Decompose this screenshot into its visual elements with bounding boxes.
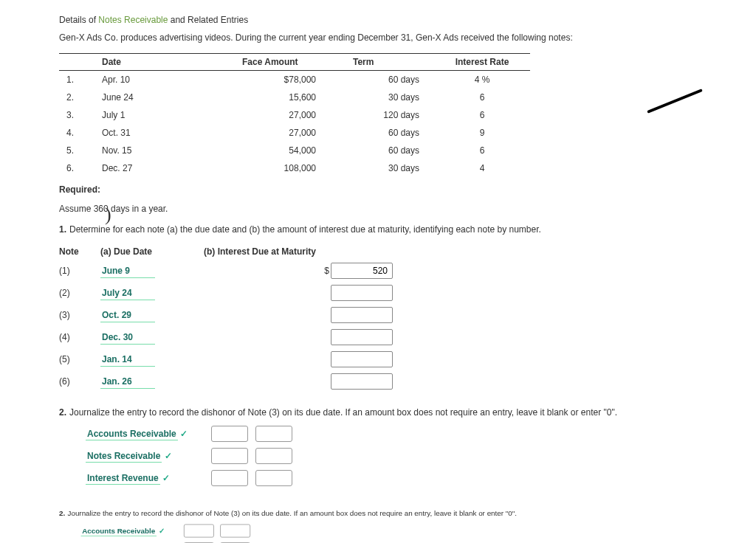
question-1: 1.Determine for each note (a) the due da… xyxy=(59,224,697,235)
ans-col-due: (a) Due Date xyxy=(100,243,204,260)
col-date: Date xyxy=(94,54,235,71)
debit-input[interactable] xyxy=(211,426,248,442)
answer-row: (3) Oct. 29 xyxy=(59,304,400,326)
due-date-link[interactable]: July 24 xyxy=(100,286,155,300)
table-row: 4.Oct. 3127,00060 days9 xyxy=(59,124,530,142)
answer-row: (6) Jan. 26 xyxy=(59,370,400,392)
answer-row: (1) June 9 $ xyxy=(59,260,400,282)
credit-input[interactable] xyxy=(255,426,292,442)
journal-row: Notes Receivable ✓ xyxy=(83,446,295,466)
credit-input[interactable] xyxy=(255,448,292,464)
debit-input[interactable] xyxy=(211,470,248,486)
account-link[interactable]: Accounts Receivable xyxy=(86,428,178,440)
answer-row: (2) July 24 xyxy=(59,282,400,304)
interest-input[interactable] xyxy=(331,351,393,367)
title-prefix: Details of xyxy=(59,15,98,25)
answer-row: (5) Jan. 14 xyxy=(59,348,400,370)
paren-annotation: ) xyxy=(105,204,111,226)
check-icon: ✓ xyxy=(159,526,165,534)
answer-row: (4) Dec. 30 xyxy=(59,326,400,348)
journal-table: Accounts Receivable ✓ Notes Receivable ✓… xyxy=(81,422,297,490)
journal-row: Accounts Receivable ✓ xyxy=(83,423,295,444)
check-icon: ✓ xyxy=(180,429,188,439)
col-face: Face Amount xyxy=(235,54,346,71)
question-2: 2.Journalize the entry to record the dis… xyxy=(59,407,697,418)
account-link[interactable]: Notes Receivable xyxy=(86,450,162,463)
question-2-repeat: 2.Journalize the entry to record the dis… xyxy=(59,509,582,517)
interest-input[interactable] xyxy=(331,307,393,323)
intro-text: Gen-X Ads Co. produces advertising video… xyxy=(59,32,697,43)
ans-col-note: Note xyxy=(59,243,100,260)
title-suffix: and Related Entries xyxy=(168,15,248,25)
table-row: 6.Dec. 27108,00030 days4 xyxy=(59,159,530,177)
journal-row: Accounts Receivable ✓ xyxy=(78,522,252,539)
due-date-link[interactable]: June 9 xyxy=(100,264,155,278)
table-row: 5.Nov. 1554,00060 days6 xyxy=(59,142,530,159)
ans-col-int: (b) Interest Due at Maturity xyxy=(204,243,400,260)
interest-input[interactable] xyxy=(331,263,393,279)
journal-row: Notes Receivable ✓ xyxy=(78,541,252,543)
due-date-link[interactable]: Dec. 30 xyxy=(100,331,155,345)
check-icon: ✓ xyxy=(162,473,170,483)
table-row: 2.June 2415,60030 days6 xyxy=(59,89,530,106)
journal-row: Interest Revenue ✓ xyxy=(83,468,295,488)
account-link[interactable]: Accounts Receivable xyxy=(81,526,157,536)
check-icon: ✓ xyxy=(165,451,172,461)
debit-input[interactable] xyxy=(184,525,214,538)
answers-table: Note (a) Due Date (b) Interest Due at Ma… xyxy=(59,243,400,392)
notes-table: Date Face Amount Term Interest Rate 1.Ap… xyxy=(59,53,530,177)
table-row: 3.July 127,000120 days6 xyxy=(59,106,530,124)
journal-table-repeat: Accounts Receivable ✓ Notes Receivable ✓… xyxy=(78,521,254,543)
due-date-link[interactable]: Jan. 14 xyxy=(100,353,155,367)
page-title: Details of Notes Receivable and Related … xyxy=(59,15,697,25)
pen-stroke-annotation xyxy=(647,89,703,114)
col-term: Term xyxy=(346,54,434,71)
interest-input[interactable] xyxy=(331,285,393,301)
due-date-link[interactable]: Jan. 26 xyxy=(100,375,155,389)
required-label: Required: xyxy=(59,184,697,195)
account-link[interactable]: Interest Revenue xyxy=(86,472,160,485)
col-rate: Interest Rate xyxy=(434,54,530,71)
credit-input[interactable] xyxy=(220,525,250,538)
due-date-link[interactable]: Oct. 29 xyxy=(100,308,155,322)
assume-text: ) Assume 360 days in a year. xyxy=(59,204,697,214)
debit-input[interactable] xyxy=(211,448,248,464)
credit-input[interactable] xyxy=(255,470,292,486)
notes-receivable-link[interactable]: Notes Receivable xyxy=(98,15,168,25)
table-row: 1.Apr. 10$78,00060 days4 % xyxy=(59,71,530,89)
interest-input[interactable] xyxy=(331,373,393,390)
interest-input[interactable] xyxy=(331,329,393,345)
